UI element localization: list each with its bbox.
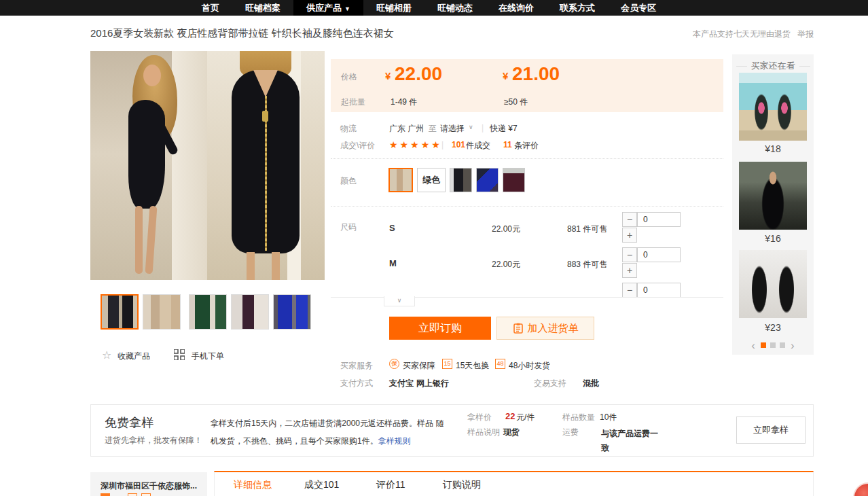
currency-symbol: ¥ [385,70,391,82]
thumbnail-green-dress[interactable] [189,294,227,330]
qty-plus-button[interactable]: + [622,228,637,243]
model-face [143,65,161,86]
currency-symbol: ¥ [503,70,508,82]
related-item-black-swimsuit[interactable] [739,162,807,230]
related-title: 买家还在看 [751,60,795,72]
expand-sizes-button[interactable]: ∨ [384,296,415,306]
pagination-next-icon[interactable]: › [787,339,798,352]
destination-select[interactable]: 请选择 [440,123,465,135]
price-tier-1: 22.00 [395,63,442,85]
color-label: 颜色 [340,175,357,187]
dress-v-back-opening [253,70,278,97]
nav-item-home[interactable]: 首页 [189,0,232,16]
nav-item-updates[interactable]: 旺铺动态 [424,0,486,16]
color-swatch-beige[interactable] [388,168,413,192]
pagination-dot-2[interactable] [770,342,776,348]
order-now-button[interactable]: 立即订购 [389,317,491,340]
qty-minus-button[interactable]: − [622,212,637,227]
size-name: M [389,258,397,268]
tab-detail-info[interactable]: 详细信息 [234,479,272,491]
15-day-exchange-service: 15天包换 [456,360,489,372]
pagination-prev-icon[interactable]: ‹ [748,339,759,352]
size-stock: 881 件可售 [567,224,607,235]
qty-minus-button[interactable]: − [622,283,637,298]
floating-service-ball[interactable] [853,482,868,496]
shop-cert-icon [128,493,137,496]
nav-item-album[interactable]: 旺铺相册 [363,0,424,16]
batch-label: 起批量 [341,96,365,108]
thumbnail-wine-dress[interactable] [231,294,269,330]
shop-name-link[interactable]: 深圳市福田区千依恋服饰... [101,480,197,492]
divider [799,66,810,67]
get-sample-button[interactable]: 立即拿样 [736,417,806,444]
divider [736,66,747,67]
nav-item-member[interactable]: 会员专区 [608,0,669,16]
qty-input-m[interactable] [637,247,681,262]
related-item-black-dress[interactable] [739,250,807,318]
tier-1-range: 1-49 件 [391,96,417,108]
background-frame [172,51,207,280]
mobile-order-link[interactable]: 手机下单 [192,351,224,362]
review-count[interactable]: 11 [503,140,512,149]
tier-2-range: ≥50 件 [504,96,528,108]
color-swatch-blue[interactable] [476,168,499,192]
select-chevron-icon[interactable]: ∨ [469,124,473,130]
nav-item-inquiry[interactable]: 在线询价 [486,0,547,16]
clipboard-icon [513,323,524,334]
deals-rating-label: 成交\评价 [340,140,375,152]
color-swatch-black[interactable] [450,168,472,192]
related-products-sidebar: 买家还在看 ¥18 ¥16 ¥23 ‹› [732,54,814,355]
color-swatch-wine[interactable] [503,168,525,192]
nav-item-products[interactable]: 供应产品▼ [293,0,363,16]
thumbnail-blue-dress[interactable] [273,294,311,330]
model-leg [145,206,158,274]
nav-item-contact[interactable]: 联系方式 [547,0,608,16]
sample-price-value: 22 [505,411,515,421]
qty-input-s[interactable] [637,212,681,227]
tab-deals[interactable]: 成交101 [304,479,339,491]
favorite-product-link[interactable]: 收藏产品 [117,351,150,362]
shop-cert-icon [101,493,110,496]
pagination-dot-3[interactable] [780,342,785,348]
payment-alipay: 支付宝 [389,378,414,389]
thumbnail-beige-dress[interactable] [143,294,181,330]
sample-qty-value: 10件 [600,412,617,423]
buyer-services-label: 买家服务 [340,360,373,372]
sample-rules-link[interactable]: 拿样规则 [378,436,411,446]
report-link[interactable]: 举报 [797,29,814,40]
nav-item-shop-profile[interactable]: 旺铺档案 [232,0,293,16]
sample-note-label: 样品说明 [467,427,500,438]
qr-code-icon [174,349,185,360]
top-navbar: 首页 旺铺档案 供应产品▼ 旺铺相册 旺铺动态 在线询价 联系方式 会员专区 [0,0,868,16]
sample-rules-text: 拿样支付后15天内，二次店铺进货满2000元返还样品费。样品 随机发货，不挑色、… [211,414,445,450]
qty-plus-button[interactable]: + [622,263,637,278]
main-image-front-view [90,51,207,280]
deal-count[interactable]: 101 [452,140,465,149]
size-name: S [389,223,395,233]
black-dress-front [128,100,165,209]
sample-freight-label: 运费 [562,427,579,438]
related-item-floral-swimsuit[interactable] [739,73,807,141]
price-tier-2: 21.00 [512,63,560,85]
qty-minus-button[interactable]: − [622,247,637,262]
related-price: ¥23 [732,322,814,333]
price-box: 价格 ¥ 22.00 ¥ 21.00 起批量 1-49 件 ≥50 件 [331,59,723,112]
48-hour-shipping-service: 48小时发货 [509,360,550,372]
add-to-purchase-list-button[interactable]: 加入进货单 [496,317,594,340]
divider [331,158,723,159]
favorite-star-icon[interactable]: ☆ [102,349,111,361]
model-leg [272,252,280,280]
tab-reviews[interactable]: 评价11 [376,479,405,491]
pagination-dot-1[interactable] [761,342,766,348]
color-swatch-green[interactable]: 绿色 [417,168,446,192]
return-policy-text: 本产品支持七天无理由退货 [693,29,791,40]
product-main-image[interactable] [90,51,325,280]
qty-input-l[interactable] [637,283,681,298]
tab-order-notes[interactable]: 订购说明 [443,479,481,491]
sample-price-unit: 元/件 [516,412,535,423]
shop-cert-icon [141,493,151,496]
sample-note-value: 现货 [503,427,520,438]
zipper-pull [262,111,268,122]
thumbnail-black-dress[interactable] [101,294,139,330]
model-leg [135,206,143,274]
